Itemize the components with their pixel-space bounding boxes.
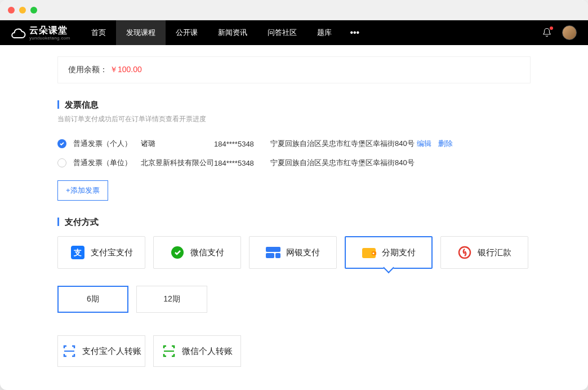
pay-option-label: 网银支付 — [286, 247, 320, 258]
nav-home[interactable]: 首页 — [81, 20, 116, 45]
nav-news[interactable]: 新闻资讯 — [208, 20, 257, 45]
nav-qa[interactable]: 问答社区 — [257, 20, 307, 45]
invoice-edit-link[interactable]: 编辑 — [417, 139, 431, 149]
top-nav: 云朵课堂 yunduoketang.com 首页 发现课程 公开课 新闻资讯 问… — [0, 20, 588, 45]
period-12[interactable]: 12期 — [136, 286, 207, 313]
payment-section: 支付方式 支 支付宝支付 微信支付 — [57, 218, 531, 367]
invoice-phone: 184****5348 — [214, 140, 270, 148]
app-window: 云朵课堂 yunduoketang.com 首页 发现课程 公开课 新闻资讯 问… — [0, 0, 588, 390]
alipay-icon: 支 — [70, 245, 85, 260]
pay-option-wechat[interactable]: 微信支付 — [153, 236, 241, 269]
invoice-type: 普通发票（个人） — [73, 139, 141, 149]
brand-name: 云朵课堂 — [29, 25, 70, 37]
period-6[interactable]: 6期 — [57, 286, 128, 313]
pay-option-unionpay[interactable]: 网银支付 — [249, 236, 337, 269]
scan-green-icon — [162, 344, 176, 358]
radio-unselected-icon[interactable] — [57, 158, 66, 167]
svg-rect-11 — [164, 351, 174, 352]
transfer-wechat[interactable]: 微信个人转账 — [153, 335, 241, 367]
user-avatar[interactable] — [562, 25, 577, 40]
cloud-logo-icon — [11, 27, 26, 38]
window-minimize-button[interactable] — [19, 7, 26, 14]
nav-more[interactable]: ••• — [342, 20, 367, 45]
window-maximize-button[interactable] — [30, 7, 37, 14]
balance-label: 使用余额： — [68, 65, 108, 74]
payment-options: 支 支付宝支付 微信支付 网银支付 — [57, 236, 531, 269]
invoice-address: 宁夏回族自治区吴忠市红寺堡区幸福街840号 — [270, 158, 417, 168]
nav-discover[interactable]: 发现课程 — [116, 20, 166, 45]
transfer-label: 支付宝个人转账 — [82, 346, 141, 357]
invoice-title: 发票信息 — [57, 100, 531, 109]
pay-option-bank[interactable]: 银行汇款 — [440, 236, 528, 269]
invoice-name: 诸璐 — [141, 139, 214, 149]
svg-point-2 — [171, 246, 184, 259]
svg-rect-3 — [266, 247, 280, 252]
invoice-name: 北京昱新科技有限公司 — [141, 158, 214, 168]
notification-dot-icon — [550, 26, 553, 30]
pay-option-label: 支付宝支付 — [91, 247, 133, 258]
invoice-row[interactable]: 普通发票（单位） 北京昱新科技有限公司 184****5348 宁夏回族自治区吴… — [57, 153, 531, 172]
wechat-icon — [170, 245, 185, 260]
pay-option-alipay[interactable]: 支 支付宝支付 — [57, 236, 145, 269]
svg-rect-10 — [64, 351, 74, 352]
pay-option-label: 微信支付 — [190, 247, 224, 258]
invoice-subtitle: 当前订单支付成功后可在订单详情页查看开票进度 — [57, 114, 531, 124]
unionpay-icon — [266, 245, 280, 260]
nav-quiz[interactable]: 题库 — [307, 20, 342, 45]
transfer-options: 支付宝个人转账 微信个人转账 — [57, 335, 531, 367]
balance-box: 使用余额： ￥100.00 — [57, 56, 531, 83]
svg-rect-4 — [266, 253, 274, 258]
transfer-label: 微信个人转账 — [182, 346, 233, 357]
installment-periods: 6期 12期 — [57, 286, 531, 313]
window-titlebar — [0, 0, 588, 20]
wallet-icon — [362, 245, 376, 260]
balance-amount: ￥100.00 — [110, 65, 142, 74]
invoice-phone: 184****5348 — [214, 159, 270, 167]
transfer-alipay[interactable]: 支付宝个人转账 — [57, 335, 145, 367]
svg-text:支: 支 — [73, 248, 82, 257]
radio-selected-icon[interactable] — [57, 139, 66, 148]
notifications-button[interactable] — [542, 28, 552, 38]
nav-items: 首页 发现课程 公开课 新闻资讯 问答社区 题库 ••• — [81, 20, 367, 45]
payment-title: 支付方式 — [57, 218, 531, 226]
page-content: 使用余额： ￥100.00 发票信息 当前订单支付成功后可在订单详情页查看开票进… — [0, 45, 588, 390]
scan-blue-icon — [62, 344, 77, 358]
ellipsis-icon: ••• — [350, 28, 359, 38]
invoice-row[interactable]: 普通发票（个人） 诸璐 184****5348 宁夏回族自治区吴忠市红寺堡区幸福… — [57, 134, 531, 153]
window-close-button[interactable] — [8, 7, 15, 14]
invoice-type: 普通发票（单位） — [73, 158, 141, 168]
invoice-delete-link[interactable]: 删除 — [438, 139, 453, 149]
brand-logo[interactable]: 云朵课堂 yunduoketang.com — [11, 25, 70, 41]
brand-sub: yunduoketang.com — [29, 36, 70, 41]
svg-point-9 — [459, 247, 470, 258]
invoice-list: 普通发票（个人） 诸璐 184****5348 宁夏回族自治区吴忠市红寺堡区幸福… — [57, 134, 531, 172]
bank-icon — [457, 245, 472, 260]
pay-option-label: 分期支付 — [382, 247, 416, 258]
svg-rect-5 — [275, 253, 280, 258]
invoice-section: 发票信息 当前订单支付成功后可在订单详情页查看开票进度 普通发票（个人） 诸璐 … — [57, 100, 531, 201]
pay-option-installment[interactable]: 分期支付 — [345, 236, 433, 269]
add-invoice-button[interactable]: +添加发票 — [57, 180, 108, 201]
pay-option-label: 银行汇款 — [478, 247, 511, 258]
nav-public[interactable]: 公开课 — [166, 20, 208, 45]
invoice-address: 宁夏回族自治区吴忠市红寺堡区幸福街840号 — [270, 139, 417, 149]
svg-point-8 — [373, 252, 375, 254]
